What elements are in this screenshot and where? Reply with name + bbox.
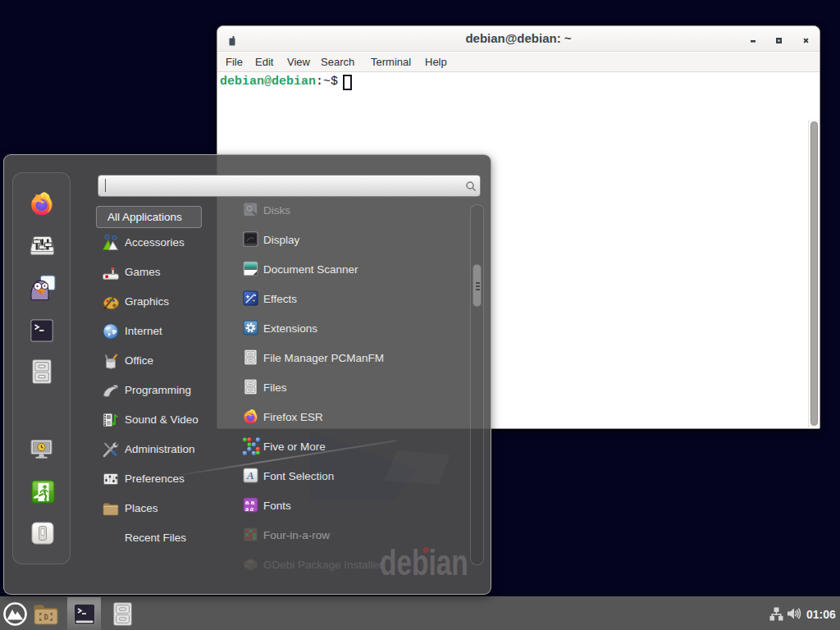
svg-text:A: A: [246, 469, 254, 482]
svg-text:a a: a a: [245, 505, 253, 513]
